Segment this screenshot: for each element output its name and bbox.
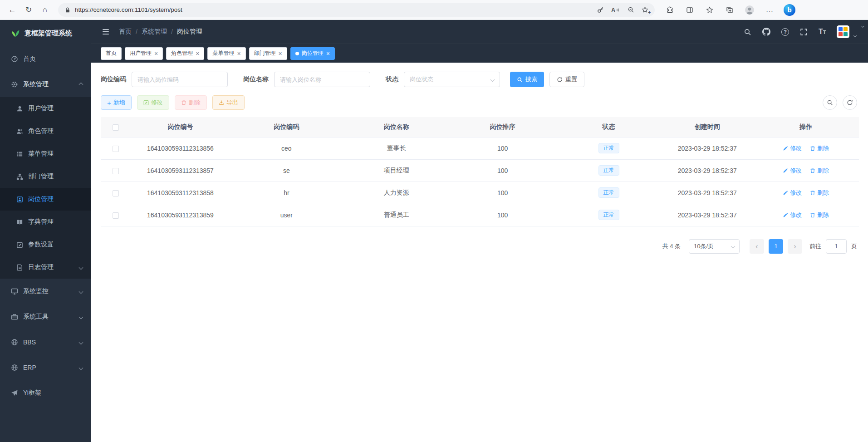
search-button[interactable]: 搜索	[510, 72, 544, 87]
next-page-button[interactable]: ›	[788, 239, 802, 254]
sidebar-item-label: 首页	[23, 55, 36, 63]
browser-back-button[interactable]: ←	[5, 3, 20, 17]
close-icon[interactable]: ×	[154, 50, 158, 57]
read-aloud-icon[interactable]: A	[611, 7, 620, 13]
cell-post-sort: 100	[450, 137, 556, 159]
edit-button[interactable]: 修改	[137, 95, 169, 110]
sidebar-item-param-settings[interactable]: 参数设置	[0, 233, 91, 256]
row-checkbox[interactable]	[113, 168, 119, 174]
prev-page-button[interactable]: ‹	[750, 239, 764, 254]
cell-created: 2023-03-29 18:52:37	[662, 159, 753, 182]
tab-label: 菜单管理	[212, 49, 234, 57]
row-edit-link[interactable]: 修改	[783, 211, 802, 219]
sidebar-item-home[interactable]: 首页	[0, 46, 91, 72]
sidebar-toggle-button[interactable]	[102, 28, 110, 36]
browser-refresh-button[interactable]: ↻	[21, 3, 36, 17]
sidebar-item-erp[interactable]: ERP	[0, 355, 91, 380]
row-delete-link[interactable]: 删除	[810, 144, 829, 152]
goto-page-input[interactable]	[826, 239, 847, 254]
status-select[interactable]: 岗位状态	[404, 72, 500, 87]
sidebar-collapse-caret[interactable]	[862, 21, 864, 29]
sidebar-item-dict-management[interactable]: 字典管理	[0, 211, 91, 233]
extensions-icon[interactable]	[662, 3, 677, 17]
leaf-logo-icon	[11, 29, 20, 38]
sidebar-menu: 首页 系统管理 用户管理	[0, 46, 91, 406]
row-delete-link[interactable]: 删除	[810, 211, 829, 219]
select-all-checkbox[interactable]	[113, 124, 119, 131]
post-code-input[interactable]	[132, 72, 228, 87]
favorites-icon[interactable]	[702, 3, 717, 17]
row-edit-link[interactable]: 修改	[783, 167, 802, 175]
sidebar-item-user-management[interactable]: 用户管理	[0, 97, 91, 120]
tab-role-management[interactable]: 角色管理 ×	[166, 47, 204, 60]
sidebar-item-menu-management[interactable]: 菜单管理	[0, 142, 91, 165]
password-key-icon[interactable]	[597, 6, 604, 13]
sidebar-item-yi-framework[interactable]: Yi框架	[0, 380, 91, 406]
sidebar-item-role-management[interactable]: 角色管理	[0, 120, 91, 142]
profile-avatar[interactable]	[742, 3, 757, 17]
sidebar-item-system-tools[interactable]: 系统工具	[0, 304, 91, 329]
reset-button[interactable]: 重置	[549, 72, 584, 87]
app-window: 意框架管理系统 首页 系统管理	[0, 20, 868, 442]
collections-icon[interactable]	[722, 3, 737, 17]
close-icon[interactable]: ×	[326, 50, 330, 57]
tab-menu-management[interactable]: 菜单管理 ×	[207, 47, 245, 60]
cell-post-name: 人力资源	[343, 182, 450, 204]
user-avatar[interactable]	[837, 25, 849, 38]
sidebar-item-post-management[interactable]: 岗位管理	[0, 188, 91, 211]
close-icon[interactable]: ×	[279, 50, 282, 57]
row-edit-link[interactable]: 修改	[783, 144, 802, 152]
row-checkbox[interactable]	[113, 146, 119, 152]
breadcrumb-system-management[interactable]: 系统管理	[142, 28, 167, 36]
tab-post-management[interactable]: 岗位管理 ×	[290, 47, 335, 60]
page-size-select[interactable]: 10条/页	[689, 239, 740, 254]
sidebar-item-log-management[interactable]: 日志管理	[0, 256, 91, 279]
export-button[interactable]: 导出	[212, 95, 245, 110]
close-icon[interactable]: ×	[196, 50, 199, 57]
row-edit-link[interactable]: 修改	[783, 189, 802, 197]
tab-user-management[interactable]: 用户管理 ×	[125, 47, 163, 60]
browser-home-button[interactable]: ⌂	[37, 3, 53, 17]
browser-chrome: ← ↻ ⌂ https://ccnetcore.com:1101/system/…	[0, 0, 868, 20]
post-name-input[interactable]	[274, 72, 370, 87]
row-checkbox[interactable]	[113, 212, 119, 219]
bing-sidebar-icon[interactable]: b	[784, 4, 795, 16]
delete-button[interactable]: 删除	[175, 95, 207, 110]
search-icon[interactable]	[744, 28, 751, 36]
sidebar-item-system-monitor[interactable]: 系统监控	[0, 279, 91, 304]
browser-menu-icon[interactable]: …	[762, 3, 777, 17]
row-delete-link[interactable]: 删除	[810, 189, 829, 197]
add-button[interactable]: + 新增	[101, 95, 132, 110]
zoom-icon[interactable]	[628, 6, 634, 13]
toggle-search-button[interactable]	[823, 95, 837, 110]
address-bar[interactable]: https://ccnetcore.com:1101/system/post A…	[58, 3, 655, 17]
sidebar-item-system-management[interactable]: 系统管理	[0, 72, 91, 97]
status-label: 状态	[386, 75, 398, 83]
cell-post-id: 1641030593112313859	[131, 204, 230, 226]
cell-post-name: 项目经理	[343, 159, 450, 182]
row-checkbox[interactable]	[113, 190, 119, 196]
tab-dept-management[interactable]: 部门管理 ×	[249, 47, 287, 60]
globe-icon	[11, 339, 18, 346]
font-size-icon[interactable]: TT	[819, 28, 826, 36]
breadcrumb-home[interactable]: 首页	[119, 28, 132, 36]
sidebar-item-dept-management[interactable]: 部门管理	[0, 165, 91, 188]
url-text[interactable]: https://ccnetcore.com:1101/system/post	[75, 6, 593, 13]
tab-home[interactable]: 首页	[101, 47, 122, 60]
refresh-table-button[interactable]	[843, 95, 857, 110]
github-icon[interactable]	[762, 28, 770, 36]
sidebar-item-label: BBS	[23, 339, 36, 346]
tab-label: 部门管理	[254, 49, 276, 57]
close-icon[interactable]: ×	[237, 50, 240, 57]
add-favorite-icon[interactable]: +	[642, 6, 648, 13]
row-delete-link[interactable]: 删除	[810, 167, 829, 175]
fullscreen-icon[interactable]	[800, 28, 808, 36]
app-logo[interactable]: 意框架管理系统	[0, 20, 91, 46]
page-1-button[interactable]: 1	[769, 239, 783, 254]
cell-post-sort: 100	[450, 182, 556, 204]
sidebar-item-bbs[interactable]: BBS	[0, 329, 91, 355]
help-icon[interactable]: ?	[781, 28, 789, 36]
cell-created: 2023-03-29 18:52:37	[662, 137, 753, 159]
split-screen-icon[interactable]	[682, 3, 697, 17]
avatar-dropdown-caret[interactable]	[853, 34, 857, 37]
